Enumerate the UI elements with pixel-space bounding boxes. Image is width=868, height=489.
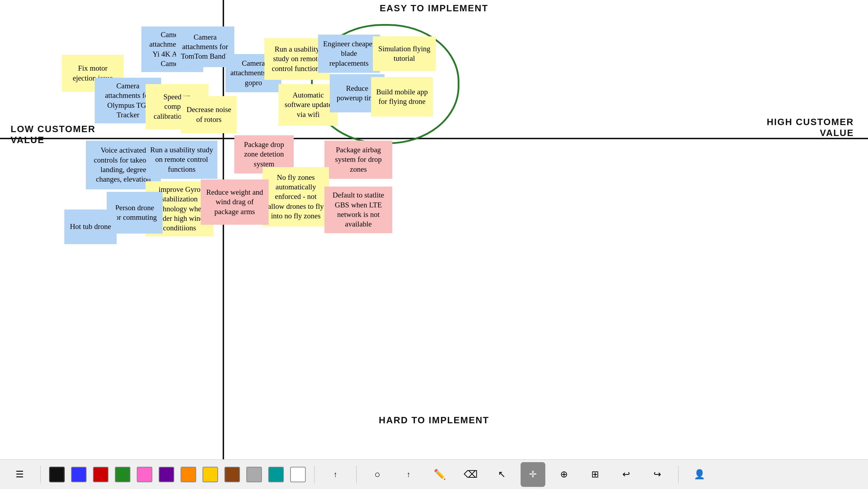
color-black[interactable] — [49, 467, 65, 482]
tool-user[interactable]: 👤 — [687, 462, 712, 487]
high-label: HIGH CUSTOMERVALUE — [767, 117, 854, 139]
vertical-axis — [223, 0, 224, 459]
note-reduce-weight[interactable]: Reduce weight and wind drag of package a… — [201, 179, 269, 225]
color-blue[interactable] — [71, 467, 87, 482]
tool-redo[interactable]: ↪ — [645, 462, 670, 487]
color-brown[interactable] — [224, 467, 240, 482]
note-default-satellite[interactable]: Default to statlite GBS when LTE network… — [324, 187, 392, 233]
low-label: LOW CUSTOMERVALUE — [11, 124, 95, 146]
tool-select[interactable]: ↖ — [489, 462, 514, 487]
color-red[interactable] — [93, 467, 108, 482]
color-orange[interactable] — [181, 467, 196, 482]
tool-move[interactable]: ✛ — [521, 462, 545, 487]
sep3 — [356, 466, 357, 483]
horizontal-axis — [0, 138, 868, 139]
note-simulation[interactable]: Simulation flying tutorial — [373, 36, 436, 71]
sep1 — [40, 466, 41, 483]
easy-label: EASY TO IMPLEMENT — [380, 3, 488, 14]
note-hot-tub[interactable]: Hot tub drone — [64, 210, 117, 244]
color-green[interactable] — [115, 467, 130, 482]
color-gray[interactable] — [246, 467, 262, 482]
tool-up2[interactable]: ↑ — [396, 462, 421, 487]
tool-eraser[interactable]: ⌫ — [458, 462, 483, 487]
note-build-mobile[interactable]: Build mobile app for flying drone — [371, 77, 433, 117]
toolbar: ☰ ↑ ○ ↑ ✏️ ⌫ ↖ ✛ ⊕ ⊞ ↩ ↪ 👤 — [0, 459, 868, 489]
tool-add-frame[interactable]: ⊞ — [583, 462, 608, 487]
tool-undo[interactable]: ↩ — [614, 462, 639, 487]
color-white[interactable] — [290, 467, 306, 482]
note-run-usability2[interactable]: Run a usability study on remote control … — [146, 141, 217, 179]
canvas: EASY TO IMPLEMENT HARD TO IMPLEMENT LOW … — [0, 0, 868, 459]
tool-circle[interactable]: ○ — [365, 462, 390, 487]
note-no-fly[interactable]: No fly zones automatically enforced - no… — [263, 167, 329, 226]
color-purple[interactable] — [159, 467, 174, 482]
menu-btn[interactable]: ☰ — [7, 462, 32, 487]
color-yellow[interactable] — [203, 467, 218, 482]
note-decrease-noise[interactable]: Decrease noise of rotors — [181, 96, 237, 133]
tool-up-arrow[interactable]: ↑ — [323, 462, 348, 487]
sep2 — [314, 466, 315, 483]
tool-pen[interactable]: ✏️ — [427, 462, 452, 487]
color-teal[interactable] — [268, 467, 284, 482]
sep4 — [678, 466, 679, 483]
hard-label: HARD TO IMPLEMENT — [379, 415, 489, 426]
color-pink[interactable] — [137, 467, 152, 482]
note-package-airbag[interactable]: Package airbag system for drop zones — [324, 141, 392, 179]
note-engineer-blade[interactable]: Engineer cheaper blade replacements — [318, 35, 380, 73]
tool-zoom-in[interactable]: ⊕ — [552, 462, 576, 487]
note-auto-software[interactable]: Automatic software update via wifi — [278, 84, 338, 126]
